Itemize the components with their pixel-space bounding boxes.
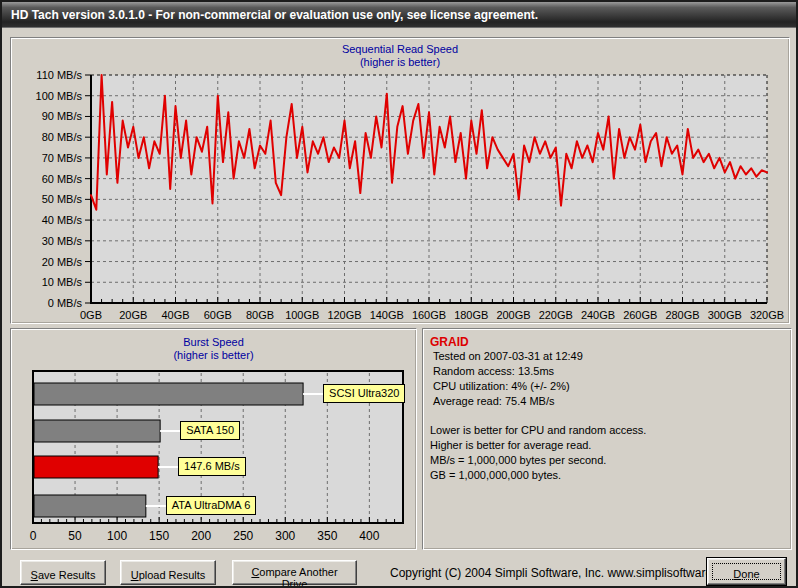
x-tick-label: 20GB: [119, 309, 147, 321]
burst-bar-label: SATA 150: [180, 421, 240, 440]
done-button-frame: Done: [706, 557, 787, 586]
x-tick-label: 250: [233, 529, 253, 543]
x-tick-label: 240GB: [581, 309, 615, 321]
drive-info-panel: GRAID Tested on 2007-03-31 at 12:49 Rand…: [422, 328, 792, 550]
x-tick-label: 120GB: [327, 309, 361, 321]
burst-bar: [34, 383, 303, 405]
x-tick-label: 320GB: [750, 309, 784, 321]
y-tick-label: 60 MB/s: [42, 173, 83, 185]
burst-bar-label: ATA UltraDMA 6: [166, 496, 256, 515]
y-tick-label: 40 MB/s: [42, 214, 83, 226]
x-tick-label: 350: [317, 529, 337, 543]
x-tick-label: 200: [191, 529, 211, 543]
compare-another-drive-button[interactable]: Compare Another Drive: [232, 560, 357, 585]
x-tick-label: 0GB: [80, 309, 102, 321]
y-tick-label: 110 MB/s: [36, 69, 82, 81]
burst-bar-label: SCSI Ultra320: [323, 384, 405, 403]
x-tick-label: 160GB: [412, 309, 446, 321]
x-tick-label: 260GB: [623, 309, 657, 321]
x-tick-label: 300GB: [708, 309, 742, 321]
x-tick-label: 180GB: [454, 309, 488, 321]
burst-bar: [34, 495, 146, 517]
upload-results-button[interactable]: Upload Results: [120, 560, 216, 585]
save-results-button[interactable]: Save Results: [20, 560, 106, 585]
x-tick-label: 100: [107, 529, 127, 543]
burst-speed-panel: Burst Speed (higher is better) 050100150…: [10, 328, 417, 550]
hdtach-window: { "window": { "title": "HD Tach version …: [0, 0, 798, 588]
save-results-label-key: S: [31, 569, 38, 581]
y-tick-label: 10 MB/s: [42, 276, 83, 288]
y-tick-label: 70 MB/s: [42, 152, 83, 164]
x-tick-label: 40GB: [161, 309, 189, 321]
x-tick-label: 100GB: [285, 309, 319, 321]
x-tick-label: 200GB: [496, 309, 530, 321]
y-tick-label: 90 MB/s: [42, 110, 83, 122]
x-tick-label: 400: [359, 529, 379, 543]
y-tick-label: 100 MB/s: [36, 90, 83, 102]
copyright-text: Copyright (C) 2004 Simpli Software, Inc.…: [390, 566, 738, 580]
tested-on-line: Tested on 2007-03-31 at 12:49: [430, 349, 787, 364]
burst-bar-label: 147.6 MB/s: [178, 457, 246, 476]
save-results-label: ave Results: [38, 569, 95, 581]
x-tick-label: 50: [68, 529, 82, 543]
x-tick-label: 150: [149, 529, 169, 543]
note-line-cpu: Lower is better for CPU and random acces…: [430, 423, 787, 438]
note-line-read: Higher is better for average read.: [430, 438, 787, 453]
y-tick-label: 20 MB/s: [42, 256, 83, 268]
done-label: one: [741, 568, 759, 580]
random-access-line: Random access: 13.5ms: [430, 364, 787, 379]
sequential-read-panel: Sequential Read Speed (higher is better)…: [10, 37, 790, 324]
drive-name: GRAID: [430, 335, 787, 349]
x-tick-label: 300: [275, 529, 295, 543]
y-tick-label: 80 MB/s: [42, 131, 83, 143]
burst-bar: [34, 420, 160, 442]
compare-label: ompare Another Drive: [259, 566, 337, 588]
y-tick-label: 50 MB/s: [42, 193, 83, 205]
window-title: HD Tach version 3.0.1.0 - For non-commer…: [11, 8, 538, 22]
sequential-read-chart: 0 MB/s10 MB/s20 MB/s30 MB/s40 MB/s50 MB/…: [11, 38, 789, 323]
burst-bar: [34, 456, 158, 478]
upload-results-label: pload Results: [139, 569, 206, 581]
x-tick-label: 220GB: [539, 309, 573, 321]
x-tick-label: 60GB: [204, 309, 232, 321]
x-tick-label: 80GB: [246, 309, 274, 321]
x-tick-label: 0: [30, 529, 37, 543]
x-tick-label: 280GB: [665, 309, 699, 321]
y-tick-label: 30 MB/s: [42, 235, 83, 247]
title-bar[interactable]: HD Tach version 3.0.1.0 - For non-commer…: [2, 2, 796, 28]
y-tick-label: 0 MB/s: [48, 297, 83, 309]
average-read-line: Average read: 75.4 MB/s: [430, 394, 787, 409]
note-line-gb: GB = 1,000,000,000 bytes.: [430, 468, 787, 483]
upload-results-label-key: U: [131, 569, 139, 581]
note-line-mbs: MB/s = 1,000,000 bytes per second.: [430, 453, 787, 468]
cpu-utilization-line: CPU utilization: 4% (+/- 2%): [430, 379, 787, 394]
x-tick-label: 140GB: [370, 309, 404, 321]
done-button[interactable]: Done: [707, 558, 786, 585]
